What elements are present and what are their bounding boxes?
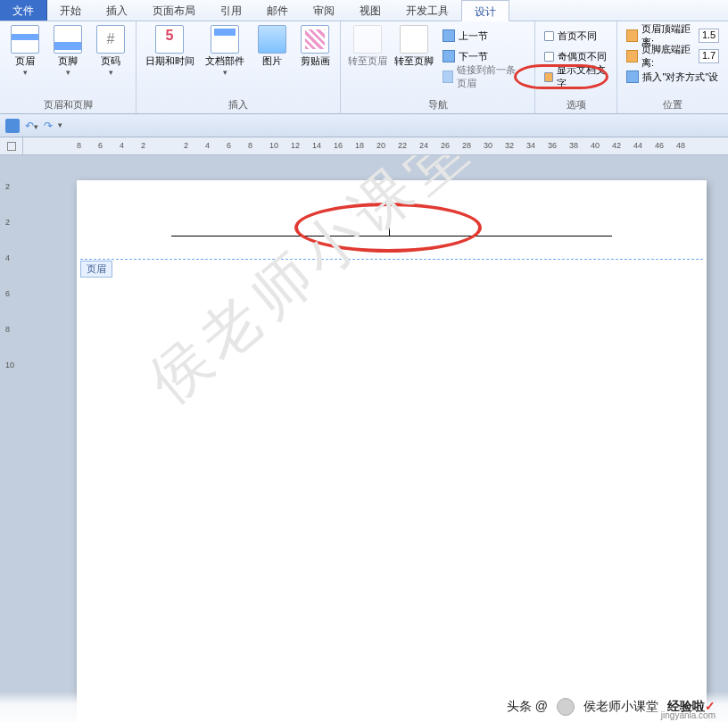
footer-source: 头条 @ bbox=[507, 699, 548, 715]
ruler-tick: 28 bbox=[462, 141, 471, 150]
header-button-label: 页眉 bbox=[15, 55, 35, 67]
doc-parts-icon bbox=[211, 25, 239, 54]
ruler-tick: 2 bbox=[184, 141, 188, 150]
group-label-header-footer: 页眉和页脚 bbox=[5, 98, 130, 113]
odd-even-diff-checkbox[interactable]: 奇偶页不同 bbox=[541, 47, 611, 65]
goto-footer-icon bbox=[400, 25, 428, 54]
footer-icon bbox=[54, 25, 82, 54]
tab-design[interactable]: 设计 bbox=[461, 0, 509, 21]
ruler-tick: 2 bbox=[141, 141, 145, 150]
redo-button[interactable]: ↷ bbox=[44, 120, 53, 132]
tab-view[interactable]: 视图 bbox=[347, 0, 393, 21]
ruler-tick: 4 bbox=[120, 141, 124, 150]
ruler-tick: 8 bbox=[77, 141, 81, 150]
header-boundary-line bbox=[80, 259, 703, 260]
save-icon[interactable] bbox=[5, 119, 20, 133]
doc-parts-button[interactable]: 文档部件 ▾ bbox=[201, 23, 249, 79]
goto-header-label: 转至页眉 bbox=[348, 55, 387, 67]
tab-references[interactable]: 引用 bbox=[208, 0, 254, 21]
tab-dev[interactable]: 开发工具 bbox=[393, 0, 461, 21]
ruler-tick: 42 bbox=[612, 141, 621, 150]
undo-button[interactable]: ↶▾ bbox=[25, 120, 38, 132]
group-label-position: 位置 bbox=[623, 98, 723, 113]
checkbox-icon bbox=[544, 52, 554, 62]
link-previous-button[interactable]: 链接到前一条页眉 bbox=[439, 68, 529, 86]
next-section-button[interactable]: 下一节 bbox=[439, 47, 529, 65]
ruler-tick: 20 bbox=[376, 141, 385, 150]
group-insert: 日期和时间 文档部件 ▾ 图片 剪贴画 插入 bbox=[136, 21, 341, 113]
ruler-tick: 34 bbox=[526, 141, 535, 150]
calendar-icon bbox=[155, 25, 184, 54]
first-page-diff-label: 首页不同 bbox=[558, 29, 597, 43]
goto-header-icon bbox=[353, 25, 382, 54]
clipart-label: 剪贴画 bbox=[301, 55, 330, 67]
horizontal-ruler[interactable]: 8642246810121416182022242628303234363840… bbox=[23, 137, 728, 155]
group-label-insert: 插入 bbox=[142, 98, 335, 113]
header-tag: 页眉 bbox=[80, 261, 112, 278]
footer-credit: 头条 @ 侯老师小课堂 经验啦✓ jingyanla.com bbox=[0, 692, 728, 722]
ruler-tick: 14 bbox=[312, 141, 321, 150]
ruler-tick: 26 bbox=[441, 141, 450, 150]
tab-review[interactable]: 审阅 bbox=[301, 0, 347, 21]
ruler-tick: 44 bbox=[633, 141, 642, 150]
dropdown-caret-icon: ▾ bbox=[23, 68, 28, 77]
ruler-tick: 8 bbox=[248, 141, 252, 150]
tab-file[interactable]: 文件 bbox=[0, 0, 47, 21]
footer-bottom-label: 页脚底端距离: bbox=[641, 43, 695, 70]
group-label-nav: 导航 bbox=[346, 98, 529, 113]
group-position: 页眉顶端距离: 1.5 页脚底端距离: 1.7 插入"对齐方式"设 位置 bbox=[617, 21, 728, 113]
page-number-button[interactable]: 页码 ▾ bbox=[91, 23, 130, 79]
goto-footer-button[interactable]: 转至页脚 bbox=[393, 23, 435, 69]
distance-icon bbox=[626, 50, 637, 62]
ruler-tick: 22 bbox=[398, 141, 407, 150]
document-area[interactable]: 页眉 侯老师小课堂 bbox=[23, 155, 728, 722]
show-doc-text-label: 显示文档文字 bbox=[557, 63, 608, 90]
ruler-tick: 2 bbox=[5, 182, 10, 191]
ruler-tick: 4 bbox=[5, 253, 10, 262]
footer-bottom-distance[interactable]: 页脚底端距离: 1.7 bbox=[623, 47, 723, 65]
ribbon: 页眉 ▾ 页脚 ▾ 页码 ▾ 页眉和页脚 日期和时间 文 bbox=[0, 21, 728, 114]
dropdown-caret-icon: ▾ bbox=[66, 68, 70, 77]
tab-home[interactable]: 开始 bbox=[47, 0, 94, 21]
footer-button-label: 页脚 bbox=[58, 55, 78, 67]
insert-align-tab-button[interactable]: 插入"对齐方式"设 bbox=[623, 68, 723, 86]
workspace: 2 2 4 6 8 10 864224681012141618202224262… bbox=[0, 137, 728, 722]
tab-insert[interactable]: 插入 bbox=[94, 0, 140, 21]
checkbox-icon bbox=[544, 31, 554, 41]
header-top-input[interactable]: 1.5 bbox=[699, 29, 719, 43]
clipart-icon bbox=[301, 25, 329, 54]
show-doc-text-checkbox[interactable]: 显示文档文字 bbox=[541, 68, 611, 86]
tab-selector-icon[interactable] bbox=[7, 142, 16, 151]
dropdown-caret-icon: ▾ bbox=[223, 68, 228, 77]
tab-mail[interactable]: 邮件 bbox=[254, 0, 301, 21]
dropdown-caret-icon: ▾ bbox=[109, 68, 113, 77]
footer-site: jingyanla.com bbox=[661, 710, 716, 720]
ruler-tick: 40 bbox=[591, 141, 600, 150]
ruler-tick: 10 bbox=[269, 141, 278, 150]
tab-layout[interactable]: 页面布局 bbox=[140, 0, 208, 21]
ruler-tick: 46 bbox=[655, 141, 664, 150]
first-page-diff-checkbox[interactable]: 首页不同 bbox=[541, 27, 611, 45]
header-button[interactable]: 页眉 ▾ bbox=[5, 23, 45, 79]
clipart-button[interactable]: 剪贴画 bbox=[295, 23, 335, 69]
ruler-tick: 48 bbox=[676, 141, 685, 150]
prev-section-label: 上一节 bbox=[459, 29, 488, 43]
prev-section-button[interactable]: 上一节 bbox=[439, 27, 529, 45]
header-icon bbox=[11, 25, 39, 54]
qat-customize-caret-icon[interactable]: ▾ bbox=[58, 120, 62, 129]
ruler-corner bbox=[0, 137, 23, 155]
date-time-label: 日期和时间 bbox=[145, 55, 194, 67]
ruler-tick: 10 bbox=[5, 361, 14, 369]
page-number-icon bbox=[96, 25, 125, 54]
page-number-label: 页码 bbox=[101, 55, 120, 67]
goto-header-button[interactable]: 转至页眉 bbox=[346, 23, 389, 69]
insert-align-label: 插入"对齐方式"设 bbox=[642, 71, 718, 84]
header-top-distance[interactable]: 页眉顶端距离: 1.5 bbox=[623, 27, 723, 45]
date-time-button[interactable]: 日期和时间 bbox=[142, 23, 197, 69]
distance-icon bbox=[626, 29, 637, 42]
align-tab-icon bbox=[626, 71, 639, 83]
footer-bottom-input[interactable]: 1.7 bbox=[699, 49, 719, 63]
footer-button[interactable]: 页脚 ▾ bbox=[48, 23, 87, 79]
picture-button[interactable]: 图片 bbox=[252, 23, 292, 69]
ruler-tick: 6 bbox=[5, 289, 10, 298]
